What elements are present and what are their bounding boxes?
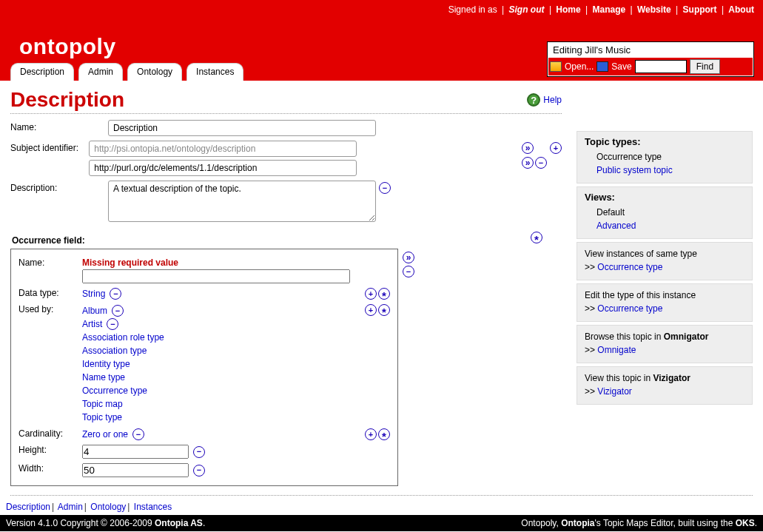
height-label: Height: [19,445,82,455]
tab-admin[interactable]: Admin [78,63,123,81]
occurrence-field-heading: Occurrence field: [12,235,85,246]
usedby-label: Used by: [19,304,82,314]
website-link[interactable]: Website [637,4,671,15]
panel-name-label: Name: [19,257,82,268]
help-icon[interactable]: ? [527,93,540,107]
support-link[interactable]: Support [683,4,717,15]
description-textarea[interactable]: A textual description of the topic. [108,181,376,222]
usedby-item[interactable]: Identity type [82,357,365,371]
remove-icon[interactable] [112,305,124,317]
usedby-item[interactable]: Association role type [82,331,365,344]
vizigator-heading-bold: Vizigator [653,373,690,383]
remove-icon[interactable] [193,465,205,477]
tab-description[interactable]: Description [10,63,74,81]
top-nav: Signed in as | Sign out | Home | Manage … [448,4,754,15]
tab-instances[interactable]: Instances [186,63,243,81]
action-icon[interactable] [378,304,390,316]
bottom-nav: Description| Admin| Ontology| Instances [0,499,763,515]
omnigate-link[interactable]: Omnigate [597,345,636,355]
occurrence-field-panel: Name: Missing required value Data type: … [10,249,398,486]
edit-type-link[interactable]: Occurrence type [597,303,662,314]
open-button[interactable]: Open... [565,61,594,72]
cardinality-value[interactable]: Zero or one [82,429,128,440]
description-label: Description: [10,181,105,193]
remove-icon[interactable] [132,428,144,440]
app-header: Signed in as | Sign out | Home | Manage … [0,0,763,81]
find-button[interactable]: Find [690,59,720,74]
topic-type-link[interactable]: Public system topic [596,165,673,175]
remove-icon[interactable] [110,288,121,300]
subject-identifier-2[interactable] [89,160,357,176]
main-tabs: Description Admin Ontology Instances [10,63,243,81]
bottom-description-link[interactable]: Description [6,502,50,512]
action-icon[interactable] [531,232,542,243]
goto-icon[interactable] [522,142,534,154]
sidebar: Topic types: Occurrence type Public syst… [577,88,753,486]
action-icon[interactable] [378,288,390,300]
usedby-item[interactable]: Name type [82,371,365,384]
remove-icon[interactable] [193,446,205,458]
subject-identifier-label: Subject identifier: [10,141,86,153]
remove-icon[interactable] [403,266,414,277]
usedby-item[interactable]: Occurrence type [82,384,365,397]
view-item: Default [596,206,744,219]
view-link[interactable]: Advanced [596,220,636,231]
add-icon[interactable] [365,288,377,300]
usedby-item[interactable]: Album [82,304,107,317]
help-link[interactable]: Help [543,95,562,105]
disk-save-icon[interactable] [596,61,608,72]
folder-open-icon[interactable] [550,61,562,72]
about-link[interactable]: About [728,4,754,15]
usedby-item[interactable]: Topic map [82,397,365,411]
view-instances-link[interactable]: Occurrence type [597,262,662,272]
views-heading: Views: [585,192,744,203]
omnigator-heading-pre: Browse this topic in [585,331,664,342]
usedby-item[interactable]: Artist [82,317,102,331]
goto-icon[interactable] [522,157,534,169]
height-input[interactable] [82,445,189,459]
view-instances-heading: View instances of same type [585,247,744,260]
version-text: Version 4.1.0 Copyright © 2006-2009 [6,518,155,528]
datatype-label: Data type: [19,288,82,298]
vizigator-link[interactable]: Vizigator [597,386,631,397]
add-icon[interactable] [365,428,377,440]
tab-ontology[interactable]: Ontology [127,63,182,81]
width-input[interactable] [82,463,189,477]
signed-in-label: Signed in as [448,4,497,15]
datatype-value[interactable]: String [82,289,105,299]
panel-name-input[interactable] [82,269,350,283]
editing-title: Editing Jill's Music [548,43,753,58]
sign-out-link[interactable]: Sign out [509,4,545,15]
name-label: Name: [10,120,105,132]
name-input[interactable] [108,120,376,136]
cardinality-label: Cardinality: [19,428,82,439]
bottom-admin-link[interactable]: Admin [58,502,83,512]
remove-icon[interactable] [535,157,547,169]
company-name: Ontopia AS [155,518,203,528]
vizigator-heading-pre: View this topic in [585,373,653,383]
find-input[interactable] [635,60,687,73]
required-value-error: Missing required value [82,257,390,268]
remove-icon[interactable] [107,318,118,330]
topic-types-heading: Topic types: [585,136,744,147]
save-button[interactable]: Save [611,61,631,72]
page-title: Description [10,88,124,112]
edit-type-heading: Edit the type of this instance [585,289,744,302]
topic-type-item: Occurrence type [596,150,744,164]
add-icon[interactable] [550,142,562,154]
footer-bar: Version 4.1.0 Copyright © 2006-2009 Onto… [0,515,763,531]
usedby-item[interactable]: Topic type [82,411,365,424]
action-icon[interactable] [378,428,390,440]
bottom-ontology-link[interactable]: Ontology [90,502,126,512]
goto-icon[interactable] [403,252,414,263]
omnigator-heading-bold: Omnigator [664,331,709,342]
app-logo: ontopoly [19,34,116,59]
bottom-instances-link[interactable]: Instances [134,502,172,512]
usedby-item[interactable]: Association type [82,344,365,357]
remove-icon[interactable] [379,182,391,194]
home-link[interactable]: Home [556,4,580,15]
manage-link[interactable]: Manage [592,4,625,15]
subject-identifier-1[interactable] [89,141,357,157]
add-icon[interactable] [365,304,377,316]
editing-box: Editing Jill's Music Open... Save Find [547,41,754,77]
